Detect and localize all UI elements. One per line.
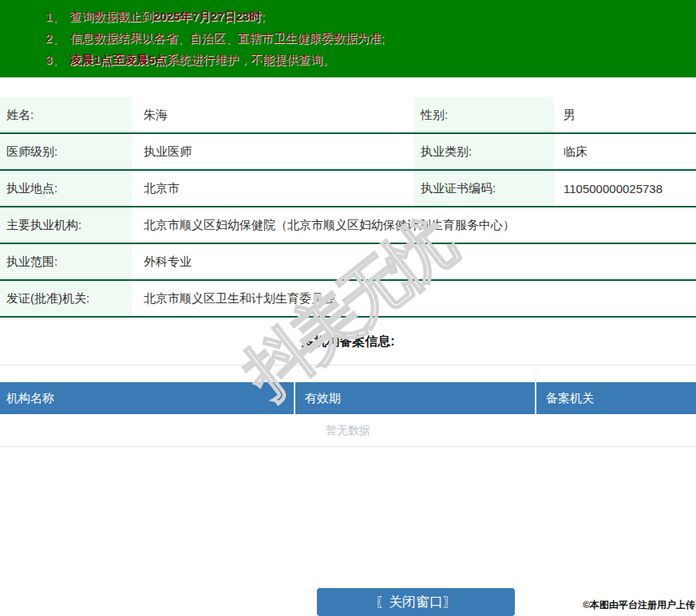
notice-text: 系统进行维护，不能提供查询。: [167, 53, 334, 66]
practice-scope-value: 外科专业: [132, 244, 696, 279]
certificate-number-value: 110500000025738: [554, 171, 696, 206]
certificate-number-label: 执业证书编码:: [414, 171, 554, 206]
notice-banner: 1、查询数据截止到2025年7月27日23时; 2、信息数据结果以各省、自治区、…: [0, 0, 696, 77]
upload-credit-watermark: ©本图由平台注册用户上传: [583, 598, 695, 612]
practice-scope-label: 执业范围:: [0, 244, 132, 279]
notice-text-bold: 凌晨1点至凌晨5点: [69, 53, 167, 66]
multi-institution-section-title: 多机构备案信息:: [0, 331, 696, 351]
notice-text: 信息数据结果以各省、自治区、直辖市卫生健康委数据为准;: [69, 31, 384, 45]
column-header-record-authority: 备案机关: [536, 382, 696, 414]
name-value: 朱海: [132, 97, 414, 132]
table-row-main-institution: 主要执业机构: 北京市顺义区妇幼保健院（北京市顺义区妇幼保健计划生育服务中心）: [0, 207, 696, 244]
notice-line-2: 2、信息数据结果以各省、自治区、直辖市卫生健康委数据为准;: [45, 27, 688, 49]
no-data-placeholder: 暂无数据: [0, 414, 696, 446]
practice-location-label: 执业地点:: [0, 171, 132, 206]
notice-number: 2、: [45, 31, 64, 45]
table-row-name-gender: 姓名: 朱海 性别: 男: [0, 97, 696, 134]
notice-text: 查询数据截止到: [69, 10, 153, 23]
notice-number: 3、: [45, 53, 64, 66]
table-row-practice-scope: 执业范围: 外科专业: [0, 244, 696, 281]
column-header-institution-name: 机构名称: [0, 382, 295, 414]
table-row-issuing-authority: 发证(批准)机关: 北京市顺义区卫生和计划生育委员会: [0, 281, 696, 318]
table-row-level-category: 医师级别: 执业医师 执业类别: 临床: [0, 134, 696, 171]
notice-line-3: 3、凌晨1点至凌晨5点系统进行维护，不能提供查询。: [45, 49, 688, 70]
issuing-authority-label: 发证(批准)机关:: [0, 281, 132, 316]
record-table-header: 机构名称 有效期 备案机关: [0, 382, 696, 414]
main-institution-label: 主要执业机构:: [0, 207, 132, 243]
issuing-authority-value: 北京市顺义区卫生和计划生育委员会: [132, 281, 696, 316]
gender-value: 男: [554, 97, 696, 132]
name-label: 姓名:: [0, 97, 132, 132]
notice-line-1: 1、查询数据截止到2025年7月27日23时;: [45, 6, 688, 27]
divider: [0, 365, 696, 365]
query-result-page: 1、查询数据截止到2025年7月27日23时; 2、信息数据结果以各省、自治区、…: [0, 0, 696, 616]
doctor-level-value: 执业医师: [132, 134, 414, 169]
main-institution-value: 北京市顺义区妇幼保健院（北京市顺义区妇幼保健计划生育服务中心）: [132, 207, 696, 243]
physician-info-table: 姓名: 朱海 性别: 男 医师级别: 执业医师 执业类别: 临床 执业地点: 北…: [0, 97, 696, 318]
divider: [0, 446, 696, 447]
close-window-button[interactable]: 〖关闭窗口〗: [317, 588, 515, 616]
table-row-location-certificate: 执业地点: 北京市 执业证书编码: 110500000025738: [0, 171, 696, 207]
column-header-validity-period: 有效期: [295, 382, 536, 414]
notice-number: 1、: [45, 10, 64, 23]
doctor-level-label: 医师级别:: [0, 134, 132, 169]
practice-category-label: 执业类别:: [414, 134, 554, 169]
practice-location-value: 北京市: [132, 171, 414, 206]
notice-text-bold: 2025年7月27日23时: [153, 10, 261, 23]
notice-text: ;: [261, 10, 264, 23]
practice-category-value: 临床: [554, 134, 696, 169]
gender-label: 性别:: [414, 97, 554, 132]
